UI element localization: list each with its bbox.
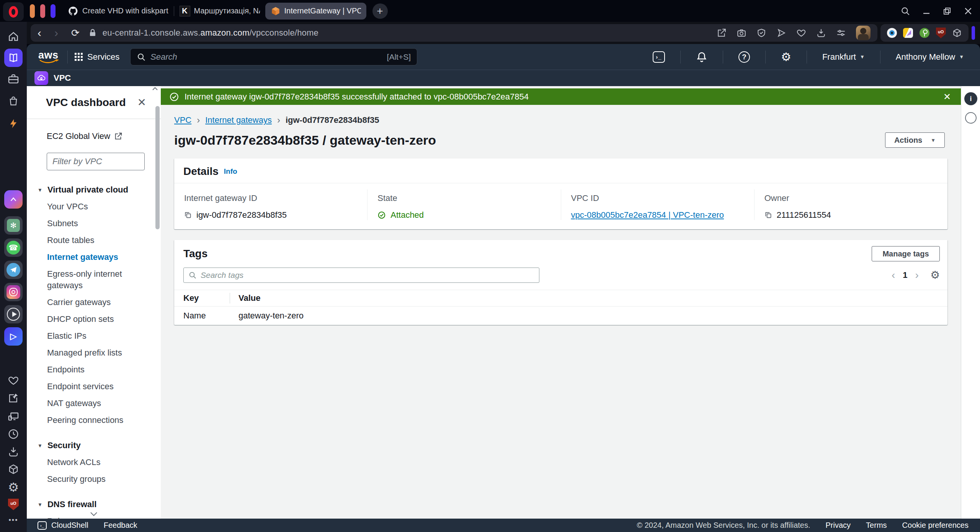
sidebar-item-carrier-gateways[interactable]: Carrier gateways [47, 297, 153, 308]
lock-icon[interactable] [88, 28, 97, 38]
tab-github[interactable]: Create VHD with diskpart [62, 3, 174, 20]
shopping-bag-icon[interactable] [8, 95, 19, 107]
vpc-id-link[interactable]: vpc-08b005bc7e2ea7854 | VPC-ten-zero [571, 210, 724, 220]
page-number[interactable]: 1 [903, 270, 907, 280]
nav-scrollbar-thumb[interactable] [155, 106, 160, 229]
home-icon[interactable] [7, 30, 20, 42]
favorites-heart-icon[interactable] [8, 375, 19, 386]
page-next-icon[interactable]: › [915, 270, 919, 281]
workspaces-briefcase-icon[interactable] [7, 73, 20, 85]
sidebar-item-internet-gateways[interactable]: Internet gateways [47, 251, 153, 263]
vpc-service-shortcut[interactable]: VPC [54, 73, 71, 83]
extensions-menu-cube-icon[interactable] [952, 28, 962, 38]
snapshot-camera-icon[interactable] [737, 28, 746, 38]
nav-section-security[interactable]: ▼ Security [27, 441, 161, 450]
url-text[interactable]: eu-central-1.console.aws.amazon.com/vpcc… [103, 28, 318, 38]
play-app-icon[interactable]: ▷ [4, 327, 23, 346]
breadcrumb-vpc-link[interactable]: VPC [174, 115, 191, 125]
details-info-link[interactable]: Info [224, 167, 237, 176]
banner-close-icon[interactable]: ✕ [943, 91, 951, 102]
nav-section-virtual-private-cloud[interactable]: ▼ Virtual private cloud [27, 185, 161, 195]
sidebar-item-nat-gateways[interactable]: NAT gateways [47, 398, 153, 409]
ec2-global-view-link[interactable]: EC2 Global View [47, 131, 161, 141]
table-preferences-gear-icon[interactable]: ⚙ [930, 270, 940, 281]
account-menu[interactable]: Anthony Mellow▼ [887, 52, 972, 62]
reload-button[interactable]: ⟳ [71, 27, 80, 39]
workspace-pill-red[interactable] [40, 4, 45, 18]
player-app-icon[interactable] [4, 305, 23, 323]
region-selector[interactable]: Frankfurt▼ [814, 52, 873, 62]
manage-tags-button[interactable]: Manage tags [872, 246, 940, 261]
extension-ublock-icon[interactable]: uO [936, 28, 946, 38]
address-bar[interactable]: ‹ › ⟳ eu-central-1.console.aws.amazon.co… [31, 24, 877, 42]
reading-list-icon[interactable] [4, 49, 23, 67]
actions-button[interactable]: Actions ▼ [885, 132, 945, 148]
tab-routing-article[interactable]: K Маршрутизація, NAT, VPN [174, 3, 265, 20]
sidebar-item-route-tables[interactable]: Route tables [47, 235, 153, 246]
reader-settings-icon[interactable] [836, 28, 846, 38]
sidebar-item-rule-groups[interactable]: Rule groups [47, 516, 153, 519]
extension-eye-icon[interactable] [887, 28, 897, 38]
tab-vpc-console-active[interactable]: InternetGateway | VPC Co [265, 3, 366, 20]
aws-logo[interactable]: aws [38, 49, 60, 65]
column-header-value[interactable]: Value [230, 293, 260, 303]
vpc-service-icon[interactable] [34, 71, 48, 85]
column-header-key[interactable]: Key [174, 293, 230, 303]
opera-menu-button[interactable] [3, 2, 24, 21]
sidebar-item-security-groups[interactable]: Security groups [47, 473, 153, 485]
sidebar-item-endpoints[interactable]: Endpoints [47, 364, 153, 375]
extensions-cube-icon[interactable] [8, 463, 19, 475]
sidebar-item-subnets[interactable]: Subnets [47, 218, 153, 229]
services-menu-button[interactable]: Services [75, 52, 119, 62]
sidebar-item-peering-connections[interactable]: Peering connections [47, 415, 153, 426]
share-page-icon[interactable] [717, 28, 727, 38]
sidebar-item-endpoint-services[interactable]: Endpoint services [47, 381, 153, 392]
panel-toggle-icon[interactable] [965, 112, 977, 124]
flash-bolt-icon[interactable] [8, 118, 19, 129]
new-tab-button[interactable]: + [372, 3, 388, 19]
sidebar-panel-toggle[interactable] [972, 26, 975, 40]
my-flow-devices-icon[interactable] [7, 410, 20, 422]
sidebar-item-egress-only-internet-gateways[interactable]: Egress-only internet gateways [47, 268, 153, 291]
download-page-icon[interactable] [816, 28, 826, 38]
help-button[interactable]: ? [730, 51, 758, 63]
sidebar-item-network-acls[interactable]: Network ACLs [47, 457, 153, 468]
sidebar-item-managed-prefix-lists[interactable]: Managed prefix lists [47, 347, 153, 359]
sidebar-item-your-vpcs[interactable]: Your VPCs [47, 201, 153, 212]
copy-icon[interactable] [764, 211, 772, 219]
pinboards-icon[interactable] [8, 392, 19, 404]
filter-by-vpc-select[interactable]: ▼ [47, 153, 145, 170]
footer-cookie-preferences-link[interactable]: Cookie preferences [902, 521, 969, 530]
sidebar-more-icon[interactable]: ••• [9, 516, 18, 524]
restore-window-icon[interactable] [942, 7, 952, 16]
workspace-pill-blue[interactable] [51, 4, 56, 18]
vpn-shield-icon[interactable] [756, 28, 766, 38]
tab-search-icon[interactable] [900, 6, 910, 16]
footer-cloudshell-link[interactable]: CloudShell [51, 521, 88, 530]
nav-section-dns-firewall[interactable]: ▼ DNS firewall [27, 499, 161, 509]
close-window-icon[interactable] [963, 6, 973, 16]
chatgpt-app-icon[interactable]: ✻ [4, 216, 23, 235]
history-clock-icon[interactable] [8, 428, 19, 440]
forward-button[interactable]: › [54, 27, 58, 39]
workspace-pill-orange[interactable] [30, 4, 35, 18]
extension-lightshot-icon[interactable] [903, 28, 913, 38]
sidebar-item-elastic-ips[interactable]: Elastic IPs [47, 330, 153, 342]
tags-search-box[interactable] [183, 268, 539, 283]
send-to-flow-icon[interactable] [776, 28, 786, 38]
close-nav-icon[interactable]: ✕ [137, 96, 146, 109]
info-panel-icon[interactable]: i [964, 92, 977, 105]
nav-scroll-up-icon[interactable] [152, 87, 158, 91]
console-search-box[interactable]: [Alt+S] [130, 48, 417, 65]
filter-by-vpc-input[interactable] [52, 157, 161, 166]
footer-feedback-link[interactable]: Feedback [104, 521, 137, 530]
tags-search-input[interactable] [201, 271, 534, 280]
breadcrumb-internet-gateways-link[interactable]: Internet gateways [205, 115, 272, 125]
settings-button[interactable]: ⚙ [773, 51, 800, 63]
notifications-bell-button[interactable] [688, 51, 716, 63]
copy-icon[interactable] [184, 211, 192, 219]
settings-gear-icon[interactable]: ⚙ [8, 481, 19, 493]
downloads-icon[interactable] [8, 446, 19, 457]
minimize-icon[interactable] [922, 7, 931, 16]
pinned-app-icon[interactable] [4, 190, 23, 209]
